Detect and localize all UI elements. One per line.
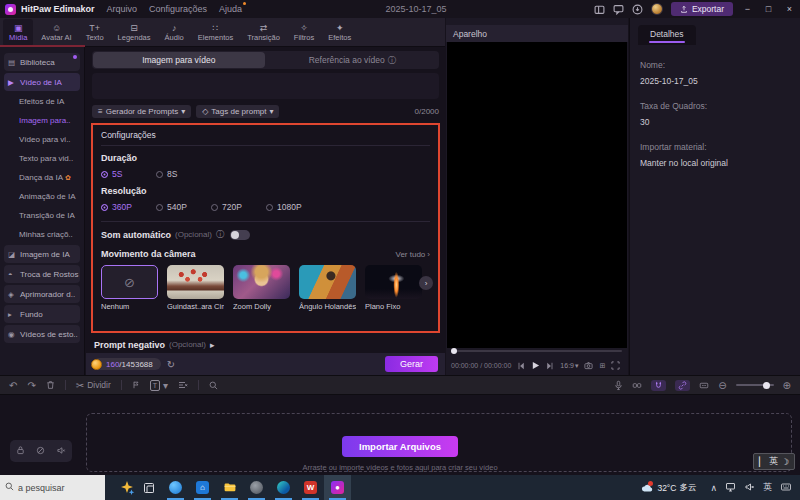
- redo-icon[interactable]: ↷: [27, 380, 35, 391]
- taskbar-weather[interactable]: 32°C 多云: [640, 482, 696, 494]
- generate-button[interactable]: Gerar: [385, 356, 438, 372]
- layout-panels-icon[interactable]: [594, 4, 605, 15]
- taskbar-search-box[interactable]: a pesquisar: [0, 475, 105, 500]
- text-tool-button[interactable]: T▾: [150, 380, 168, 391]
- minimize-button[interactable]: −: [741, 4, 754, 14]
- export-button[interactable]: Exportar: [671, 2, 733, 16]
- radio-5s[interactable]: 5S: [101, 169, 156, 179]
- camera-card-nenhum[interactable]: ⊘Nenhum: [101, 265, 158, 311]
- tab-efeitos[interactable]: ✦Efeitos: [322, 19, 357, 46]
- track-mute-icon[interactable]: [56, 446, 66, 457]
- track-hide-icon[interactable]: [36, 446, 45, 457]
- radio-8s[interactable]: 8S: [156, 169, 211, 179]
- radio-540p[interactable]: 540P: [156, 202, 211, 212]
- taskbar-app-qq[interactable]: [162, 475, 189, 500]
- track-lock-icon[interactable]: [16, 445, 25, 457]
- tab-legendas[interactable]: ⊟Legendas: [112, 19, 157, 46]
- camera-card-guindaste[interactable]: Guindast..ara Cima: [167, 265, 224, 311]
- volume-muted-tray-icon[interactable]: [744, 482, 755, 494]
- fullscreen-icon[interactable]: [611, 361, 620, 370]
- search-highlights-icon[interactable]: [119, 480, 135, 496]
- prompt-input[interactable]: [92, 73, 439, 99]
- next-frame-button[interactable]: [546, 362, 554, 370]
- playback-scrubber[interactable]: [452, 350, 622, 352]
- menu-ajuda[interactable]: Ajuda: [219, 4, 242, 14]
- refresh-credits-icon[interactable]: ↻: [167, 359, 175, 370]
- auto-ripple-icon[interactable]: [632, 381, 642, 390]
- menu-configuracoes[interactable]: Configurações: [149, 4, 207, 14]
- link-clips-icon[interactable]: [675, 380, 690, 391]
- sidebar-item-efeitos-de-ia[interactable]: Efeitos de IA: [4, 93, 80, 110]
- aspect-ratio-selector[interactable]: 16:9▾: [560, 362, 578, 370]
- sidebar-item-video-para-video[interactable]: Vídeo para vi..: [4, 131, 80, 148]
- radio-360p[interactable]: 360P: [101, 202, 156, 212]
- maximize-button[interactable]: □: [762, 4, 775, 14]
- feedback-icon[interactable]: [613, 4, 624, 15]
- sidebar-item-minhas-criacoes[interactable]: Minhas criaçõ..: [4, 226, 80, 243]
- camera-card-plano-fixo[interactable]: Plano Fixo: [365, 265, 422, 311]
- split-button[interactable]: ✂Dividir: [76, 380, 111, 391]
- tab-transicao[interactable]: ⇄Transição: [241, 19, 286, 46]
- timeline-zoom-slider[interactable]: [736, 384, 774, 386]
- delete-icon[interactable]: [46, 380, 55, 390]
- sidebar-item-biblioteca[interactable]: ▤Biblioteca: [4, 53, 80, 71]
- radio-720p[interactable]: 720P: [211, 202, 266, 212]
- tab-texto[interactable]: T+Texto: [80, 19, 110, 46]
- taskbar-app-gimp[interactable]: [243, 475, 270, 500]
- preview-video-canvas[interactable]: [447, 42, 627, 348]
- touch-keyboard-tray-icon[interactable]: [780, 482, 792, 494]
- marker-icon[interactable]: [132, 380, 140, 390]
- tab-elementos[interactable]: ∷Elementos: [192, 19, 239, 46]
- prompt-generator-button[interactable]: ≡Gerador de Prompts▾: [92, 105, 191, 118]
- ime-status-float[interactable]: ▏英☽: [753, 453, 795, 470]
- carousel-next-button[interactable]: ›: [419, 276, 433, 290]
- taskbar-app-wps[interactable]: W: [297, 475, 324, 500]
- sidebar-item-transicao-de-ia[interactable]: Transição de IA: [4, 207, 80, 224]
- zoom-slider-handle[interactable]: [763, 382, 770, 389]
- tab-avatar-ai[interactable]: ☺Avatar AI: [35, 19, 77, 46]
- taskbar-app-file-explorer[interactable]: [216, 475, 243, 500]
- show-hidden-icons[interactable]: ∧: [710, 483, 717, 493]
- storyboard-view-icon[interactable]: [699, 381, 709, 390]
- task-view-button[interactable]: [135, 475, 162, 500]
- import-files-button[interactable]: Importar Arquivos: [342, 436, 458, 457]
- tab-referencia-ao-video[interactable]: Referência ao vídeoⓘ: [267, 52, 439, 68]
- menu-arquivo[interactable]: Arquivo: [107, 4, 138, 14]
- sidebar-item-imagem-para-video[interactable]: Imagem para..: [4, 112, 80, 129]
- tab-filtros[interactable]: ✧Filtros: [288, 19, 320, 46]
- previous-frame-button[interactable]: [517, 362, 525, 370]
- zoom-to-fit-icon[interactable]: [209, 381, 218, 390]
- sidebar-item-fundo[interactable]: ▸Fundo: [4, 305, 80, 323]
- ime-language-tray[interactable]: 英: [763, 481, 772, 494]
- sidebar-item-imagem-de-ia[interactable]: ◪Imagem de IA: [4, 245, 80, 263]
- tab-detalhes[interactable]: Detalhes: [638, 25, 696, 45]
- camera-card-angulo-holandes[interactable]: Ângulo Holandês: [299, 265, 356, 311]
- zoom-out-icon[interactable]: ⊖: [718, 380, 726, 391]
- record-voiceover-mic-icon[interactable]: [614, 380, 623, 391]
- sidebar-item-videos-de-estoque[interactable]: ◉Vídeos de esto..: [4, 325, 80, 343]
- taskbar-app-edge[interactable]: [270, 475, 297, 500]
- tab-imagem-para-video[interactable]: Imagem para vídeo: [93, 52, 265, 68]
- camera-card-zoom-dolly[interactable]: Zoom Dolly: [233, 265, 290, 311]
- auto-sound-toggle[interactable]: [230, 230, 250, 240]
- snapshot-camera-icon[interactable]: [584, 361, 593, 370]
- sidebar-item-danca-da-ia[interactable]: Dança da IA✿: [4, 169, 80, 186]
- sidebar-item-video-de-ia[interactable]: ▶Vídeo de IA: [4, 73, 80, 91]
- sidebar-item-animacao-de-ia[interactable]: Animação de IA: [4, 188, 80, 205]
- scrubber-handle[interactable]: [451, 348, 457, 354]
- tab-midia[interactable]: ▣Mídia: [3, 19, 33, 46]
- zoom-in-icon[interactable]: ⊕: [783, 380, 791, 391]
- sidebar-item-aprimorador[interactable]: ◈Aprimorador d..: [4, 285, 80, 303]
- sidebar-item-troca-de-rostos[interactable]: ◓Troca de Rostos: [4, 265, 80, 283]
- tab-audio[interactable]: ♪Áudio: [159, 19, 190, 46]
- delete-empty-tracks-icon[interactable]: [178, 380, 188, 390]
- sidebar-item-texto-para-video[interactable]: Texto para vid..: [4, 150, 80, 167]
- radio-1080p[interactable]: 1080P: [266, 202, 321, 212]
- download-icon[interactable]: [632, 4, 643, 15]
- taskbar-app-edimakor[interactable]: ●: [324, 475, 351, 500]
- see-all-link[interactable]: Ver tudo›: [396, 250, 430, 259]
- display-tray-icon[interactable]: [725, 482, 736, 494]
- negative-prompt-row[interactable]: Prompt negativo (Opcional) ▸: [94, 338, 437, 351]
- magnet-snap-icon[interactable]: [651, 380, 666, 391]
- taskbar-app-store[interactable]: ⌂: [189, 475, 216, 500]
